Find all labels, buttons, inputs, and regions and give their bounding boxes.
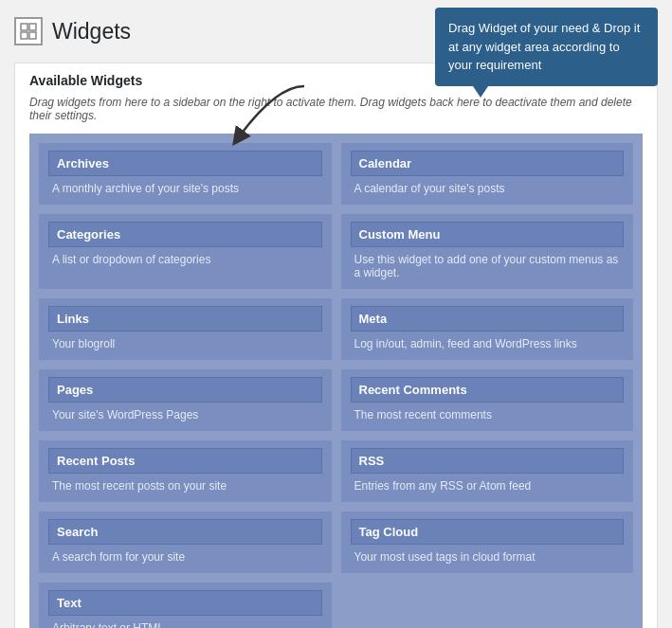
widget-desc: Your blogroll bbox=[48, 337, 322, 350]
widget-name: Meta bbox=[351, 306, 625, 332]
widget-desc: A search form for your site bbox=[48, 550, 322, 564]
widget-item[interactable]: Recent CommentsThe most recent comments bbox=[341, 369, 634, 431]
drag-arrow bbox=[219, 81, 333, 148]
callout-text: Drag Widget of your need & Drop it at an… bbox=[448, 21, 640, 72]
widgets-icon bbox=[14, 17, 43, 45]
widget-desc: Arbitrary text or HTML bbox=[48, 621, 322, 628]
available-widgets-section: Available Widgets Drag widgets from here… bbox=[14, 63, 658, 628]
svg-rect-2 bbox=[21, 32, 27, 39]
callout-box: Drag Widget of your need & Drop it at an… bbox=[435, 8, 658, 86]
widget-name: Links bbox=[48, 306, 322, 332]
widget-name: Recent Comments bbox=[351, 377, 625, 403]
widget-item[interactable]: MetaLog in/out, admin, feed and WordPres… bbox=[341, 298, 634, 360]
widget-item[interactable]: RSSEntries from any RSS or Atom feed bbox=[341, 440, 634, 502]
widget-name: Archives bbox=[48, 151, 322, 176]
widget-item[interactable]: CalendarA calendar of your site's posts bbox=[341, 143, 634, 205]
widget-item[interactable]: Custom MenuUse this widget to add one of… bbox=[341, 214, 634, 289]
widget-item[interactable]: TextArbitrary text or HTML bbox=[39, 583, 332, 628]
widget-desc: A monthly archive of your site's posts bbox=[48, 182, 322, 195]
widget-desc: Log in/out, admin, feed and WordPress li… bbox=[351, 337, 625, 350]
widget-name: Pages bbox=[48, 377, 322, 403]
widget-desc: The most recent posts on your site bbox=[48, 479, 322, 493]
widget-item[interactable]: PagesYour site's WordPress Pages bbox=[39, 369, 332, 431]
widget-name: RSS bbox=[351, 448, 625, 474]
widget-name: Recent Posts bbox=[48, 448, 322, 474]
page-title: Widgets bbox=[52, 19, 131, 45]
widget-name: Calendar bbox=[351, 151, 625, 176]
widget-name: Tag Cloud bbox=[351, 519, 625, 545]
svg-rect-0 bbox=[21, 24, 27, 30]
widget-item[interactable]: ArchivesA monthly archive of your site's… bbox=[39, 143, 332, 205]
widget-desc: Entries from any RSS or Atom feed bbox=[351, 479, 625, 493]
widget-desc: A list or dropdown of categories bbox=[48, 253, 322, 266]
widget-name: Search bbox=[48, 519, 322, 545]
widget-item[interactable]: Recent PostsThe most recent posts on you… bbox=[39, 440, 332, 502]
widget-desc: Your most used tags in cloud format bbox=[351, 550, 625, 564]
page-wrapper: Drag Widget of your need & Drop it at an… bbox=[0, 0, 672, 628]
widget-item[interactable]: CategoriesA list or dropdown of categori… bbox=[39, 214, 332, 289]
widget-desc: A calendar of your site's posts bbox=[351, 182, 625, 195]
svg-rect-3 bbox=[29, 32, 36, 39]
widgets-grid: ArchivesA monthly archive of your site's… bbox=[29, 134, 643, 628]
widget-name: Custom Menu bbox=[351, 222, 625, 247]
widget-name: Text bbox=[48, 590, 322, 616]
widget-desc: Your site's WordPress Pages bbox=[48, 408, 322, 422]
widget-item[interactable]: Tag CloudYour most used tags in cloud fo… bbox=[341, 511, 634, 573]
widget-desc: The most recent comments bbox=[351, 408, 625, 422]
available-widgets-desc: Drag widgets from here to a sidebar on t… bbox=[29, 96, 643, 122]
widget-item[interactable]: LinksYour blogroll bbox=[39, 298, 332, 360]
widget-item[interactable]: SearchA search form for your site bbox=[39, 511, 332, 573]
widget-name: Categories bbox=[48, 222, 322, 247]
widget-desc: Use this widget to add one of your custo… bbox=[351, 253, 625, 279]
svg-rect-1 bbox=[29, 24, 36, 30]
